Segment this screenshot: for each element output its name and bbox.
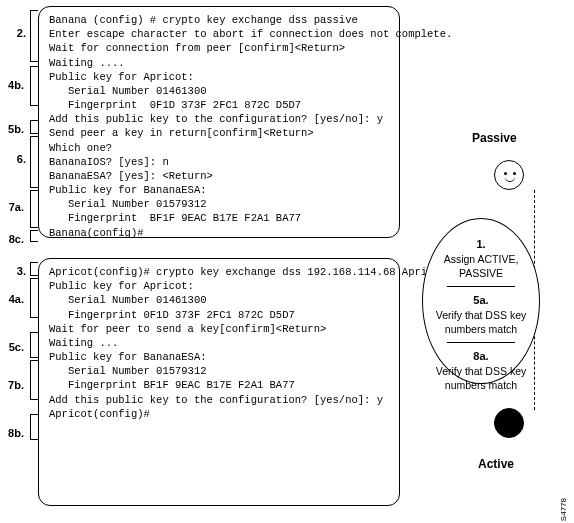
bubble-1-num: 1.	[476, 238, 485, 250]
step-5b: 5b.	[6, 122, 24, 137]
bracket-6	[30, 136, 38, 188]
term-line: Apricot(config)# crypto key exchange dss…	[49, 265, 389, 279]
step-7a: 7a.	[6, 200, 24, 215]
term-line: Public key for Apricot:	[49, 70, 389, 84]
bracket-5b	[30, 120, 38, 134]
term-line: Fingerprint 0F1D 373F 2FC1 872C D5D7	[49, 308, 389, 322]
term-line: Banana (config) # crypto key exchange ds…	[49, 13, 389, 27]
step-8c: 8c.	[6, 232, 24, 247]
bracket-3	[30, 262, 38, 276]
step-6: 6.	[8, 152, 26, 167]
term-line: Add this public key to the configuration…	[49, 393, 389, 407]
term-line: Add this public key to the configuration…	[49, 112, 389, 126]
term-line: Apricot(config)#	[49, 407, 389, 421]
speech-bubble: 1.Assign ACTIVE, PASSIVE 5a.Verify that …	[422, 218, 540, 384]
term-line: Serial Number 01461300	[49, 84, 389, 98]
term-line: Banana(config)#	[49, 226, 389, 240]
bracket-7b	[30, 360, 38, 400]
bubble-sep	[447, 286, 514, 287]
bracket-8c	[30, 230, 38, 242]
bracket-2	[30, 10, 38, 62]
step-7b: 7b.	[6, 378, 24, 393]
term-line: Waiting ...	[49, 336, 389, 350]
bubble-1-txt: Assign ACTIVE, PASSIVE	[444, 253, 519, 279]
terminal-passive: Banana (config) # crypto key exchange ds…	[38, 6, 400, 238]
step-4b: 4b.	[6, 78, 24, 93]
bracket-4b	[30, 66, 38, 106]
term-line: Public key for Apricot:	[49, 279, 389, 293]
term-line: Which one?	[49, 141, 389, 155]
term-line: Waiting ....	[49, 56, 389, 70]
step-5c: 5c.	[6, 340, 24, 355]
figure-id: S4778	[559, 498, 570, 521]
step-4a: 4a.	[6, 292, 24, 307]
term-line: Wait for peer to send a key[confirm]<Ret…	[49, 322, 389, 336]
step-2: 2.	[8, 26, 26, 41]
term-line: Fingerprint BF1F 9EAC B17E F2A1 BA77	[49, 211, 389, 225]
term-line: Fingerprint 0F1D 373F 2FC1 872C D5D7	[49, 98, 389, 112]
step-8b: 8b.	[6, 426, 24, 441]
term-line: Public key for BananaESA:	[49, 350, 389, 364]
bracket-7a	[30, 190, 38, 228]
bubble-sep	[447, 342, 514, 343]
role-active: Active	[478, 456, 514, 472]
bracket-5c	[30, 332, 38, 358]
term-line: BananaESA? [yes]: <Return>	[49, 169, 389, 183]
bubble-8a-txt: Verify that DSS key numbers match	[436, 365, 526, 391]
term-line: Public key for BananaESA:	[49, 183, 389, 197]
bubble-5a-num: 5a.	[473, 294, 488, 306]
phone-passive-icon	[494, 160, 524, 190]
phone-active-icon	[494, 408, 524, 438]
role-passive: Passive	[472, 130, 517, 146]
term-line: Enter escape character to abort if conne…	[49, 27, 389, 41]
term-line: Fingerprint BF1F 9EAC B17E F2A1 BA77	[49, 378, 389, 392]
term-line: Send peer a key in return[confirm]<Retur…	[49, 126, 389, 140]
term-line: BananaIOS? [yes]: n	[49, 155, 389, 169]
bubble-5a-txt: Verify that DSS key numbers match	[436, 309, 526, 335]
term-line: Serial Number 01579312	[49, 364, 389, 378]
bracket-8b	[30, 414, 38, 440]
step-3: 3.	[8, 264, 26, 279]
bracket-4a	[30, 278, 38, 318]
term-line: Wait for connection from peer [confirm]<…	[49, 41, 389, 55]
term-line: Serial Number 01461300	[49, 293, 389, 307]
term-line: Serial Number 01579312	[49, 197, 389, 211]
bubble-8a-num: 8a.	[473, 350, 488, 362]
terminal-active: Apricot(config)# crypto key exchange dss…	[38, 258, 400, 506]
